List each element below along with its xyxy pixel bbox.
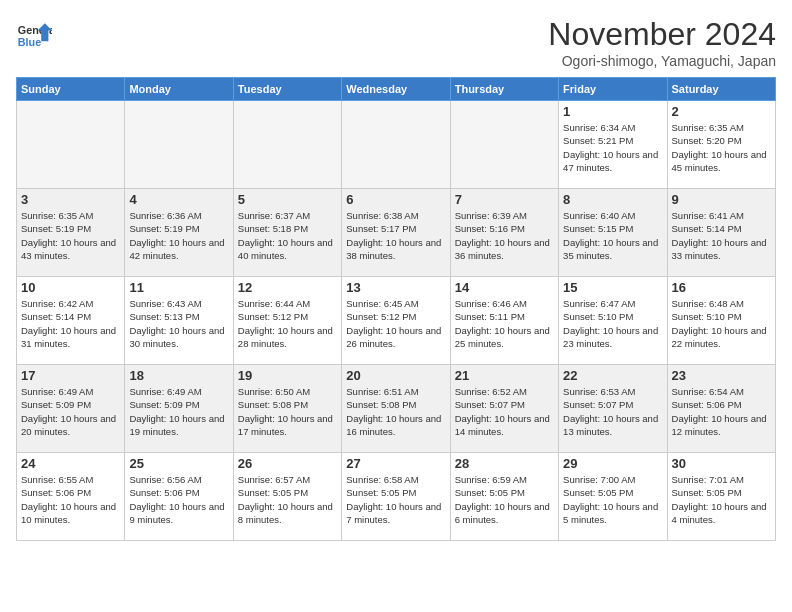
day-info: Sunrise: 6:58 AMSunset: 5:05 PMDaylight:… (346, 473, 445, 526)
calendar-empty-cell (17, 101, 125, 189)
svg-text:Blue: Blue (18, 36, 41, 48)
day-info: Sunrise: 6:40 AMSunset: 5:15 PMDaylight:… (563, 209, 662, 262)
calendar-day-17: 17Sunrise: 6:49 AMSunset: 5:09 PMDayligh… (17, 365, 125, 453)
day-number: 29 (563, 456, 662, 471)
calendar-day-5: 5Sunrise: 6:37 AMSunset: 5:18 PMDaylight… (233, 189, 341, 277)
day-number: 26 (238, 456, 337, 471)
location-subtitle: Ogori-shimogo, Yamaguchi, Japan (548, 53, 776, 69)
calendar-day-21: 21Sunrise: 6:52 AMSunset: 5:07 PMDayligh… (450, 365, 558, 453)
day-number: 1 (563, 104, 662, 119)
weekday-header-tuesday: Tuesday (233, 78, 341, 101)
title-block: November 2024 Ogori-shimogo, Yamaguchi, … (548, 16, 776, 69)
day-info: Sunrise: 6:43 AMSunset: 5:13 PMDaylight:… (129, 297, 228, 350)
calendar-day-16: 16Sunrise: 6:48 AMSunset: 5:10 PMDayligh… (667, 277, 775, 365)
day-info: Sunrise: 6:51 AMSunset: 5:08 PMDaylight:… (346, 385, 445, 438)
calendar-day-19: 19Sunrise: 6:50 AMSunset: 5:08 PMDayligh… (233, 365, 341, 453)
calendar-table: SundayMondayTuesdayWednesdayThursdayFrid… (16, 77, 776, 541)
day-info: Sunrise: 6:48 AMSunset: 5:10 PMDaylight:… (672, 297, 771, 350)
day-info: Sunrise: 6:35 AMSunset: 5:19 PMDaylight:… (21, 209, 120, 262)
day-number: 10 (21, 280, 120, 295)
day-number: 8 (563, 192, 662, 207)
month-title: November 2024 (548, 16, 776, 53)
day-info: Sunrise: 6:35 AMSunset: 5:20 PMDaylight:… (672, 121, 771, 174)
logo: General Blue (16, 16, 52, 52)
day-info: Sunrise: 6:45 AMSunset: 5:12 PMDaylight:… (346, 297, 445, 350)
weekday-header-sunday: Sunday (17, 78, 125, 101)
calendar-empty-cell (125, 101, 233, 189)
day-number: 15 (563, 280, 662, 295)
day-number: 22 (563, 368, 662, 383)
day-number: 13 (346, 280, 445, 295)
calendar-day-2: 2Sunrise: 6:35 AMSunset: 5:20 PMDaylight… (667, 101, 775, 189)
day-info: Sunrise: 6:49 AMSunset: 5:09 PMDaylight:… (21, 385, 120, 438)
day-info: Sunrise: 6:41 AMSunset: 5:14 PMDaylight:… (672, 209, 771, 262)
day-number: 11 (129, 280, 228, 295)
calendar-empty-cell (233, 101, 341, 189)
calendar-day-24: 24Sunrise: 6:55 AMSunset: 5:06 PMDayligh… (17, 453, 125, 541)
day-number: 20 (346, 368, 445, 383)
day-info: Sunrise: 6:55 AMSunset: 5:06 PMDaylight:… (21, 473, 120, 526)
calendar-empty-cell (342, 101, 450, 189)
calendar-header-row: SundayMondayTuesdayWednesdayThursdayFrid… (17, 78, 776, 101)
day-number: 6 (346, 192, 445, 207)
day-number: 25 (129, 456, 228, 471)
calendar-day-11: 11Sunrise: 6:43 AMSunset: 5:13 PMDayligh… (125, 277, 233, 365)
day-number: 3 (21, 192, 120, 207)
day-number: 12 (238, 280, 337, 295)
day-info: Sunrise: 7:01 AMSunset: 5:05 PMDaylight:… (672, 473, 771, 526)
day-info: Sunrise: 6:44 AMSunset: 5:12 PMDaylight:… (238, 297, 337, 350)
day-info: Sunrise: 6:46 AMSunset: 5:11 PMDaylight:… (455, 297, 554, 350)
day-number: 23 (672, 368, 771, 383)
calendar-day-18: 18Sunrise: 6:49 AMSunset: 5:09 PMDayligh… (125, 365, 233, 453)
calendar-week-row: 3Sunrise: 6:35 AMSunset: 5:19 PMDaylight… (17, 189, 776, 277)
day-number: 28 (455, 456, 554, 471)
day-number: 18 (129, 368, 228, 383)
day-number: 30 (672, 456, 771, 471)
day-info: Sunrise: 6:52 AMSunset: 5:07 PMDaylight:… (455, 385, 554, 438)
calendar-day-12: 12Sunrise: 6:44 AMSunset: 5:12 PMDayligh… (233, 277, 341, 365)
calendar-day-4: 4Sunrise: 6:36 AMSunset: 5:19 PMDaylight… (125, 189, 233, 277)
weekday-header-monday: Monday (125, 78, 233, 101)
calendar-day-1: 1Sunrise: 6:34 AMSunset: 5:21 PMDaylight… (559, 101, 667, 189)
page-header: General Blue November 2024 Ogori-shimogo… (16, 16, 776, 69)
calendar-day-28: 28Sunrise: 6:59 AMSunset: 5:05 PMDayligh… (450, 453, 558, 541)
calendar-week-row: 1Sunrise: 6:34 AMSunset: 5:21 PMDaylight… (17, 101, 776, 189)
day-number: 16 (672, 280, 771, 295)
logo-icon: General Blue (16, 16, 52, 52)
calendar-day-7: 7Sunrise: 6:39 AMSunset: 5:16 PMDaylight… (450, 189, 558, 277)
day-info: Sunrise: 6:37 AMSunset: 5:18 PMDaylight:… (238, 209, 337, 262)
day-number: 9 (672, 192, 771, 207)
weekday-header-saturday: Saturday (667, 78, 775, 101)
calendar-day-23: 23Sunrise: 6:54 AMSunset: 5:06 PMDayligh… (667, 365, 775, 453)
calendar-day-14: 14Sunrise: 6:46 AMSunset: 5:11 PMDayligh… (450, 277, 558, 365)
weekday-header-friday: Friday (559, 78, 667, 101)
calendar-empty-cell (450, 101, 558, 189)
day-info: Sunrise: 6:39 AMSunset: 5:16 PMDaylight:… (455, 209, 554, 262)
day-info: Sunrise: 6:57 AMSunset: 5:05 PMDaylight:… (238, 473, 337, 526)
day-number: 24 (21, 456, 120, 471)
calendar-day-8: 8Sunrise: 6:40 AMSunset: 5:15 PMDaylight… (559, 189, 667, 277)
calendar-day-9: 9Sunrise: 6:41 AMSunset: 5:14 PMDaylight… (667, 189, 775, 277)
weekday-header-wednesday: Wednesday (342, 78, 450, 101)
day-info: Sunrise: 6:53 AMSunset: 5:07 PMDaylight:… (563, 385, 662, 438)
calendar-day-6: 6Sunrise: 6:38 AMSunset: 5:17 PMDaylight… (342, 189, 450, 277)
day-number: 4 (129, 192, 228, 207)
day-info: Sunrise: 6:47 AMSunset: 5:10 PMDaylight:… (563, 297, 662, 350)
calendar-day-30: 30Sunrise: 7:01 AMSunset: 5:05 PMDayligh… (667, 453, 775, 541)
day-number: 2 (672, 104, 771, 119)
calendar-day-10: 10Sunrise: 6:42 AMSunset: 5:14 PMDayligh… (17, 277, 125, 365)
calendar-day-29: 29Sunrise: 7:00 AMSunset: 5:05 PMDayligh… (559, 453, 667, 541)
day-info: Sunrise: 6:54 AMSunset: 5:06 PMDaylight:… (672, 385, 771, 438)
day-number: 19 (238, 368, 337, 383)
calendar-week-row: 24Sunrise: 6:55 AMSunset: 5:06 PMDayligh… (17, 453, 776, 541)
day-number: 7 (455, 192, 554, 207)
calendar-day-27: 27Sunrise: 6:58 AMSunset: 5:05 PMDayligh… (342, 453, 450, 541)
calendar-day-15: 15Sunrise: 6:47 AMSunset: 5:10 PMDayligh… (559, 277, 667, 365)
day-number: 14 (455, 280, 554, 295)
day-info: Sunrise: 6:50 AMSunset: 5:08 PMDaylight:… (238, 385, 337, 438)
calendar-day-25: 25Sunrise: 6:56 AMSunset: 5:06 PMDayligh… (125, 453, 233, 541)
calendar-day-26: 26Sunrise: 6:57 AMSunset: 5:05 PMDayligh… (233, 453, 341, 541)
calendar-week-row: 10Sunrise: 6:42 AMSunset: 5:14 PMDayligh… (17, 277, 776, 365)
calendar-day-22: 22Sunrise: 6:53 AMSunset: 5:07 PMDayligh… (559, 365, 667, 453)
calendar-week-row: 17Sunrise: 6:49 AMSunset: 5:09 PMDayligh… (17, 365, 776, 453)
